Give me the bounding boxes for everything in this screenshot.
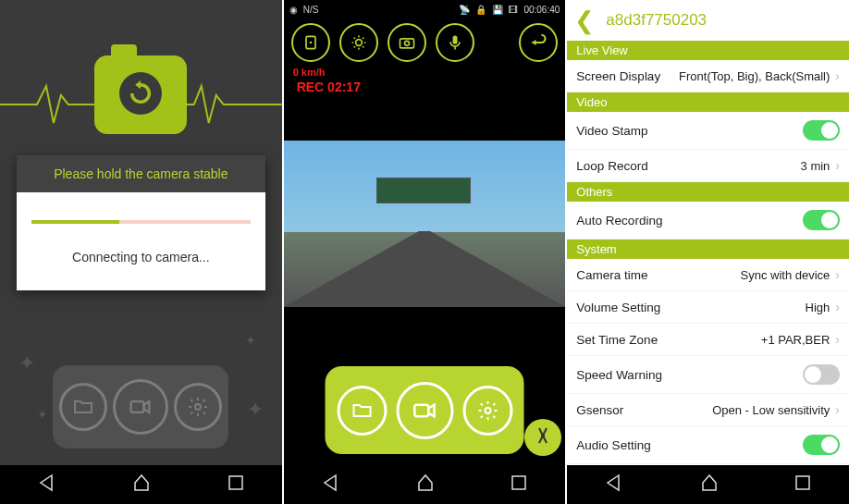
dialog-title: Please hold the camera stable <box>17 155 265 192</box>
brightness-icon[interactable] <box>339 23 378 62</box>
svg-point-6 <box>309 42 312 44</box>
screen-liveview: ◉ N/S 📡 🔒 💾 🎞 00:06:40 0 km/h REC 02:17 <box>284 0 566 504</box>
video-camera-icon[interactable] <box>396 382 453 439</box>
section-header: System <box>567 240 849 259</box>
settings-row[interactable]: Video Stamp <box>567 112 849 150</box>
toggle-switch[interactable] <box>803 120 840 141</box>
connecting-dialog: Please hold the camera stable Connecting… <box>17 155 265 290</box>
section-header: Others <box>567 182 849 202</box>
settings-row[interactable]: Set Time Zone+1 PAR,BER› <box>567 324 849 356</box>
speed-label: 0 km/h <box>293 67 326 78</box>
row-label: Auto Recording <box>576 214 803 227</box>
switch-camera-icon[interactable] <box>291 23 330 62</box>
toggle-switch[interactable] <box>803 210 840 230</box>
svg-point-13 <box>485 408 490 413</box>
nav-back-icon[interactable] <box>321 473 341 497</box>
top-toolbar <box>284 18 566 67</box>
row-label: Speed Warning <box>576 368 803 382</box>
svg-point-2 <box>195 404 201 410</box>
chevron-right-icon: › <box>835 402 840 417</box>
settings-row[interactable]: Screen DisplayFront(Top, Big), Back(Smal… <box>567 60 849 92</box>
gear-icon[interactable] <box>462 386 512 436</box>
row-value: +1 PAR,BER <box>761 333 831 347</box>
road <box>284 231 566 307</box>
bottom-action-panel <box>53 365 228 449</box>
film-icon: 🎞 <box>509 5 518 15</box>
nav-home-icon[interactable] <box>131 473 152 497</box>
road-sign <box>376 178 471 203</box>
gear-icon[interactable] <box>174 383 222 431</box>
svg-rect-4 <box>229 476 242 489</box>
row-label: Gsensor <box>576 403 712 417</box>
nav-recent-icon[interactable] <box>510 473 528 496</box>
nav-recent-icon[interactable] <box>227 473 245 496</box>
toggle-switch[interactable] <box>803 364 840 385</box>
android-navbar <box>284 465 566 504</box>
map-pin-icon[interactable] <box>524 419 561 456</box>
back-icon[interactable] <box>519 23 558 62</box>
settings-row[interactable]: Volume SettingHigh› <box>567 291 849 324</box>
row-value: 3 min <box>801 159 831 173</box>
nav-back-icon[interactable] <box>604 473 624 497</box>
nav-home-icon[interactable] <box>699 473 720 497</box>
compass-label: N/S <box>303 5 319 15</box>
settings-row[interactable]: Speed Warning <box>567 356 849 394</box>
svg-point-9 <box>404 41 409 45</box>
folder-icon[interactable] <box>337 386 387 436</box>
android-navbar <box>567 465 849 504</box>
svg-point-7 <box>355 40 362 46</box>
section-header: Live View <box>567 41 849 60</box>
svg-rect-16 <box>512 476 525 489</box>
gps-icon: 📡 <box>459 5 470 15</box>
row-label: Video Stamp <box>576 124 803 138</box>
bottom-action-panel <box>326 366 524 454</box>
folder-icon[interactable] <box>59 383 107 431</box>
settings-list[interactable]: Live ViewScreen DisplayFront(Top, Big), … <box>567 41 849 502</box>
svg-marker-17 <box>608 475 619 490</box>
status-bar: ◉ N/S 📡 🔒 💾 🎞 00:06:40 <box>284 0 566 18</box>
screen-settings: ❮ a8d3f7750203 Live ViewScreen DisplayFr… <box>567 0 849 504</box>
dialog-message: Connecting to camera... <box>31 250 251 264</box>
mic-icon[interactable] <box>436 23 474 62</box>
row-value: Sync with device <box>741 268 831 282</box>
capture-icon[interactable] <box>388 23 426 62</box>
sd-icon: 💾 <box>492 5 503 15</box>
back-icon[interactable]: ❮ <box>574 6 595 35</box>
chevron-right-icon: › <box>835 332 840 347</box>
svg-rect-8 <box>400 39 413 48</box>
progress-bar <box>31 220 251 224</box>
row-value: Front(Top, Big), Back(Small) <box>679 69 830 83</box>
section-header: Video <box>567 92 849 112</box>
nav-home-icon[interactable] <box>415 473 436 497</box>
row-label: Audio Setting <box>576 438 803 452</box>
svg-rect-18 <box>796 476 809 489</box>
video-camera-icon[interactable] <box>113 379 168 435</box>
row-label: Set Time Zone <box>576 333 760 347</box>
svg-marker-15 <box>325 475 336 490</box>
svg-rect-12 <box>414 404 428 416</box>
svg-rect-10 <box>452 36 457 44</box>
row-value: High <box>806 301 831 314</box>
row-label: Screen Display <box>576 69 679 83</box>
page-title: a8d3f7750203 <box>606 11 707 30</box>
camera-logo-icon <box>94 55 187 134</box>
nav-recent-icon[interactable] <box>794 473 812 496</box>
screen-connecting: ✦ ✦ ✦ ✦ Please hold the camera stable Co… <box>0 0 282 504</box>
nav-back-icon[interactable] <box>37 473 57 497</box>
chevron-right-icon: › <box>835 158 840 173</box>
row-label: Volume Setting <box>576 301 805 314</box>
live-video <box>284 141 566 307</box>
settings-row[interactable]: Auto Recording <box>567 202 849 240</box>
settings-row[interactable]: Audio Setting <box>567 426 849 464</box>
chevron-right-icon: › <box>835 300 840 314</box>
svg-marker-0 <box>135 80 141 89</box>
row-label: Camera time <box>576 268 740 282</box>
settings-header: ❮ a8d3f7750203 <box>567 0 849 41</box>
toggle-switch[interactable] <box>803 435 840 455</box>
android-navbar <box>0 465 282 504</box>
svg-rect-1 <box>131 401 144 412</box>
row-label: Loop Record <box>576 159 800 173</box>
settings-row[interactable]: Loop Record3 min› <box>567 150 849 182</box>
settings-row[interactable]: GsensorOpen - Low sensitivity› <box>567 394 849 426</box>
settings-row[interactable]: Camera timeSync with device› <box>567 259 849 291</box>
